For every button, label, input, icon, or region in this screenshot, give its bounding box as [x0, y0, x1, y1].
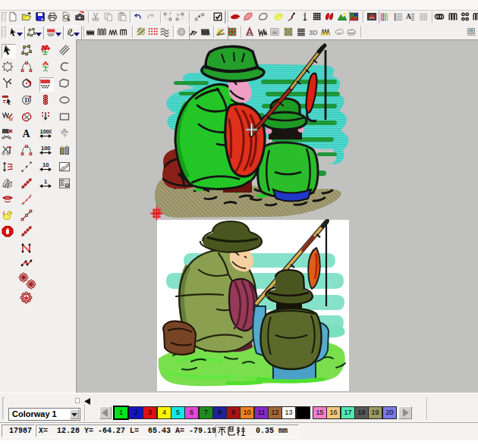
svg-text:A: A — [23, 128, 31, 139]
svg-text:3D: 3D — [309, 29, 318, 36]
svg-text:W: W — [8, 116, 14, 123]
svg-text:A: A — [406, 12, 411, 20]
svg-text:1000: 1000 — [40, 128, 52, 135]
svg-text:100: 100 — [41, 145, 51, 152]
svg-text:D: D — [25, 96, 30, 104]
svg-text:1: 1 — [44, 178, 47, 185]
svg-text:10: 10 — [42, 161, 49, 168]
